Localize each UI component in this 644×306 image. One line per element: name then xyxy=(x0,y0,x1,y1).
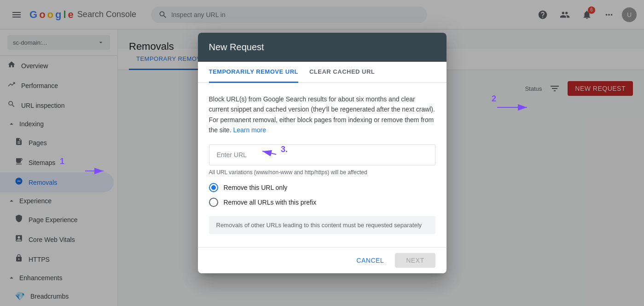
dialog-description: Block URL(s) from Google Search results … xyxy=(209,94,435,135)
dialog-body: Block URL(s) from Google Search results … xyxy=(198,83,447,247)
url-input-wrapper[interactable] xyxy=(209,144,435,165)
radio-circle-prefix xyxy=(209,198,218,207)
learn-more-link[interactable]: Learn more xyxy=(233,126,266,134)
dialog-title: New Request xyxy=(209,42,435,53)
dialog-tabs: TEMPORARILY REMOVE URL CLEAR CACHED URL xyxy=(198,62,447,83)
dialog-header: New Request xyxy=(198,33,447,62)
url-input[interactable] xyxy=(217,151,428,159)
radio-url-only[interactable]: Remove this URL only xyxy=(209,183,435,192)
cancel-button[interactable]: CANCEL xyxy=(349,253,391,268)
radio-label-prefix: Remove all URLs with this prefix xyxy=(224,199,317,206)
dialog-tab-temp-remove[interactable]: TEMPORARILY REMOVE URL xyxy=(209,62,298,83)
radio-group: Remove this URL only Remove all URLs wit… xyxy=(209,183,435,207)
next-button[interactable]: NEXT xyxy=(395,253,435,268)
info-box: Removals of other URLs leading to this c… xyxy=(209,216,435,234)
radio-prefix[interactable]: Remove all URLs with this prefix xyxy=(209,198,435,207)
dialog-tab-clear-cache[interactable]: CLEAR CACHED URL xyxy=(309,62,375,83)
dialog-overlay: New Request TEMPORARILY REMOVE URL CLEAR… xyxy=(0,0,644,306)
radio-label-url-only: Remove this URL only xyxy=(224,184,288,191)
dialog-footer: CANCEL NEXT xyxy=(198,247,447,273)
url-hint: All URL variations (www/non-www and http… xyxy=(209,169,435,176)
radio-circle-url-only xyxy=(209,183,218,192)
new-request-dialog: New Request TEMPORARILY REMOVE URL CLEAR… xyxy=(198,33,447,274)
